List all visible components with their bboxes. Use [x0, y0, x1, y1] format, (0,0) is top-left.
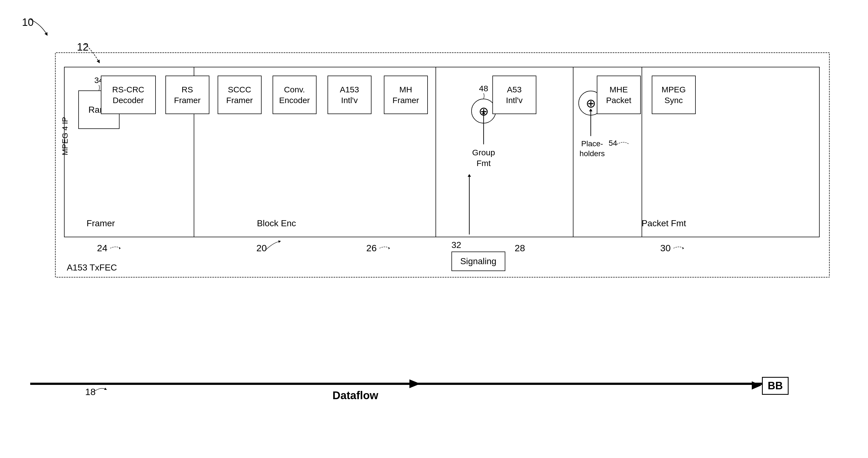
label-48: 48	[479, 84, 488, 93]
comp-mhe-packet: MHEPacket	[597, 75, 641, 114]
divider-2	[435, 67, 436, 237]
comp-42-group: 42 Conv.Encoder	[290, 75, 299, 90]
svg-marker-8	[468, 174, 471, 177]
placeholders-label: Place-holders	[576, 139, 609, 159]
comp-sccc-framer: SCCCFramer	[218, 75, 261, 114]
divider-3	[573, 67, 574, 237]
signaling-box: Signaling	[452, 251, 505, 271]
comp-38-group: 38 RSFramer	[183, 75, 192, 90]
comp-46-group: 46 MHFramer	[401, 75, 410, 90]
label-54: 54	[609, 139, 617, 148]
svg-marker-6	[683, 247, 684, 249]
svg-marker-1	[482, 111, 485, 114]
outer-dashed-box: MPEG 4 IP 34 Rand 36 RS-CRCDecoder	[55, 52, 830, 278]
section-packet-fmt: Packet Fmt	[642, 218, 686, 228]
comp-54-group: 54 MPEGSync	[669, 75, 678, 90]
num-24: 24	[97, 243, 121, 253]
label-18: 18	[85, 387, 96, 397]
comp-36-group: 36 RS-CRCDecoder	[124, 75, 133, 90]
mpeg-label: MPEG 4 IP	[60, 81, 71, 191]
comp-conv-encoder: Conv.Encoder	[273, 75, 316, 114]
comp-a53-group: 50 A53Intl'v	[510, 75, 519, 90]
svg-marker-5	[389, 247, 390, 249]
comp-mh-framer: MHFramer	[384, 75, 428, 114]
svg-marker-10	[409, 379, 421, 388]
comp-rs-framer: RSFramer	[165, 75, 209, 114]
num-30: 30	[660, 243, 684, 253]
a153-txfec-label: A153 TxFEC	[67, 263, 117, 273]
diagram: 10 12 MPEG 4 IP 34	[22, 17, 846, 442]
svg-marker-4	[119, 247, 121, 249]
comp-44-group: 44 A153Intl'v	[345, 75, 354, 90]
svg-marker-12	[752, 381, 762, 390]
comp-mpeg-sync: MPEGSync	[652, 75, 696, 114]
comp-a53-intlv: A53Intl'v	[492, 75, 536, 114]
dataflow-label: Dataflow	[333, 389, 378, 402]
section-block-enc: Block Enc	[257, 218, 296, 228]
signaling-group: 32 Signaling	[452, 240, 505, 271]
num-20: 20	[256, 243, 267, 253]
section-framer: Framer	[87, 218, 115, 228]
comp-52-group: 52 MHEPacket	[614, 75, 623, 90]
comp-a153-intlv: A153Intl'v	[328, 75, 371, 114]
svg-marker-3	[589, 109, 592, 111]
figure-number: 10	[22, 17, 33, 28]
bb-box: BB	[762, 377, 788, 395]
comp-40-group: 40 SCCCFramer	[235, 75, 244, 90]
inner-solid-box: MPEG 4 IP 34 Rand 36 RS-CRCDecoder	[64, 67, 819, 237]
label-12: 12	[77, 41, 89, 53]
group-fmt-label: GroupFmt	[468, 147, 499, 169]
num-26: 26	[366, 243, 391, 253]
comp-rs-crc: RS-CRCDecoder	[101, 75, 156, 114]
label-32: 32	[452, 240, 505, 250]
divider-4	[642, 67, 642, 237]
num-28: 28	[515, 243, 525, 253]
dataflow-section: BB Dataflow 18	[30, 375, 788, 399]
